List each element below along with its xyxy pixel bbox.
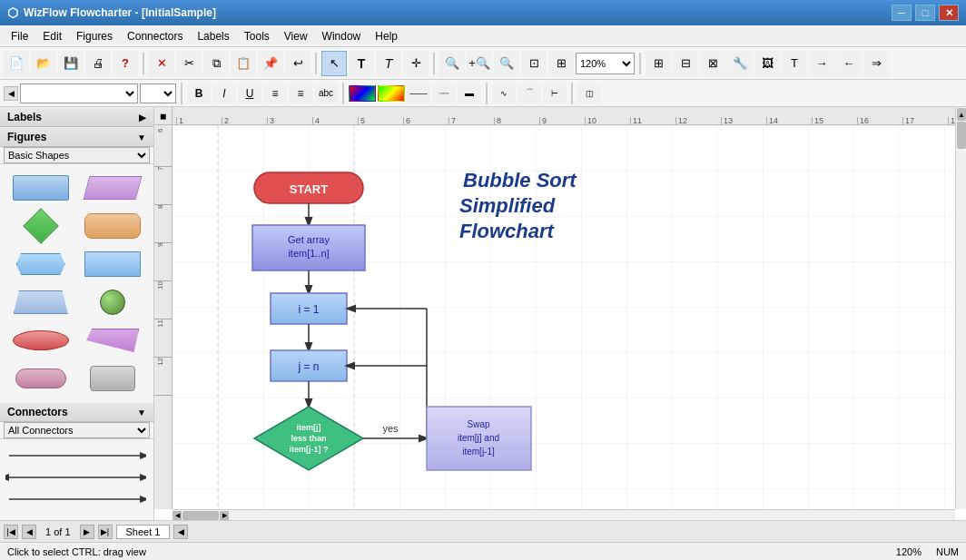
figures-section-header[interactable]: Figures ▼ (0, 127, 153, 147)
menu-tools[interactable]: Tools (237, 25, 277, 46)
scroll-left-btn[interactable]: ◀ (4, 86, 18, 101)
italic-button[interactable]: I (212, 84, 236, 103)
figure-rhombus[interactable] (80, 324, 147, 357)
menu-edit[interactable]: Edit (35, 25, 69, 46)
distribute-button[interactable]: ⊠ (700, 51, 725, 76)
menu-help[interactable]: Help (368, 25, 405, 46)
sheet-tab[interactable]: Sheet 1 (116, 525, 171, 539)
font-size-select[interactable] (140, 84, 176, 103)
figure-circle[interactable] (80, 286, 147, 319)
page-prev-btn[interactable]: ◀ (22, 525, 36, 539)
connectors-category-select[interactable]: All Connectors (4, 422, 150, 438)
line-style-btn2[interactable]: ┈┈ (432, 84, 456, 103)
delete-button[interactable]: ✕ (149, 51, 174, 76)
figure-rectangle[interactable] (7, 172, 74, 204)
connector-arrow1[interactable] (5, 447, 148, 465)
close-button[interactable]: ✕ (939, 5, 959, 21)
text3-button[interactable]: T (782, 51, 807, 76)
canvas-area[interactable]: ◼ 1 2 3 4 5 6 7 8 9 10 11 12 13 14 15 16… (154, 107, 966, 520)
image-button[interactable]: 🖼 (754, 51, 780, 76)
figure-rect3[interactable] (80, 248, 147, 280)
print-button[interactable]: 🖨 (85, 51, 111, 76)
scroll-right-btn[interactable]: ▶ (220, 511, 229, 520)
scrollbar-horizontal[interactable]: ◀ ▶ (172, 509, 955, 520)
scrollbar-vertical[interactable]: ▲ (955, 107, 966, 509)
open-button[interactable]: 📂 (31, 51, 56, 76)
figure-trapezoid[interactable] (7, 286, 74, 319)
fill-color-swatch[interactable] (378, 85, 405, 102)
maximize-button[interactable]: □ (915, 5, 935, 21)
zoom-reset-button[interactable]: ⊞ (548, 51, 574, 76)
connector-style-btn2[interactable]: ⌒ (518, 84, 541, 103)
text2-button[interactable]: T (376, 51, 401, 76)
scroll-thumb-v[interactable] (957, 122, 966, 149)
figure-parallelogram[interactable] (80, 172, 147, 204)
font-color-swatch[interactable] (349, 85, 376, 102)
menu-figures[interactable]: Figures (69, 25, 120, 46)
connectors-dropdown[interactable]: All Connectors (0, 422, 153, 439)
figure-oval[interactable] (7, 324, 74, 357)
zoom-out-button[interactable]: 🔍 (494, 51, 519, 76)
underline-button[interactable]: U (238, 84, 261, 103)
pointer-button[interactable]: ↖ (321, 51, 347, 76)
menu-labels[interactable]: Labels (190, 25, 236, 46)
connector-line[interactable] (5, 512, 148, 520)
font-select[interactable] (20, 84, 138, 103)
zoom-in-button[interactable]: 🔍 (439, 51, 465, 76)
properties-button[interactable]: 🔧 (727, 51, 753, 76)
page-scroll-btn[interactable]: ◀ (173, 525, 188, 539)
canvas[interactable]: Bubble Sort Simplified Flowchart START G… (172, 125, 955, 509)
menu-connectors[interactable]: Connectors (120, 25, 190, 46)
corner-btn[interactable]: ◼ (154, 107, 172, 125)
help-button[interactable]: ? (113, 51, 138, 76)
menu-view[interactable]: View (277, 25, 315, 46)
page-next-btn[interactable]: ▶ (80, 525, 94, 539)
bold-button[interactable]: B (187, 84, 211, 103)
line-width-btn[interactable]: ▬ (458, 84, 481, 103)
figure-diamond[interactable] (7, 210, 74, 242)
arrow-left-btn[interactable]: ← (836, 51, 862, 76)
labels-section-header[interactable]: Labels ▶ (0, 107, 153, 127)
minimize-button[interactable]: ─ (892, 5, 912, 21)
new-button[interactable]: 📄 (4, 51, 29, 76)
paste-special-button[interactable]: 📌 (258, 51, 283, 76)
paste-button[interactable]: 📋 (231, 51, 256, 76)
connect-button[interactable]: ✛ (403, 51, 429, 76)
connector-arrow3[interactable] (5, 490, 148, 508)
scroll-up-btn[interactable]: ▲ (957, 108, 966, 121)
scroll-left-btn[interactable]: ◀ (172, 511, 182, 520)
figure-rounded-rect[interactable] (80, 210, 147, 242)
figure-pill[interactable] (7, 362, 74, 395)
connector-style-btn3[interactable]: ⊢ (543, 84, 567, 103)
grid-button[interactable]: ⊞ (646, 51, 671, 76)
zoom-fit-button[interactable]: ⊡ (521, 51, 547, 76)
save-button[interactable]: 💾 (58, 51, 84, 76)
figures-category-select[interactable]: Basic Shapes (4, 147, 150, 163)
line-style-btn1[interactable]: ─── (407, 84, 430, 103)
font-color-btn[interactable]: abc (314, 84, 338, 103)
align-button[interactable]: ⊟ (673, 51, 698, 76)
figures-dropdown[interactable]: Basic Shapes (0, 147, 153, 164)
zoom-in2-button[interactable]: +🔍 (467, 51, 492, 76)
cut-button[interactable]: ✂ (176, 51, 202, 76)
connector-style-btn[interactable]: ∿ (492, 84, 516, 103)
align-center-btn[interactable]: ≡ (289, 84, 312, 103)
arrow-right-btn[interactable]: → (809, 51, 834, 76)
forward-button[interactable]: ⇒ (863, 51, 889, 76)
menu-window[interactable]: Window (315, 25, 369, 46)
title-bar-controls[interactable]: ─ □ ✕ (892, 5, 959, 21)
text-button[interactable]: T (349, 51, 374, 76)
page-last-btn[interactable]: ▶| (98, 525, 113, 539)
figure-hexagon[interactable] (7, 248, 74, 280)
page-first-btn[interactable]: |◀ (4, 525, 18, 539)
shadow-btn[interactable]: ◫ (577, 84, 601, 103)
connector-arrow2[interactable] (5, 468, 148, 486)
scroll-thumb-h[interactable] (182, 511, 219, 520)
undo-button[interactable]: ↩ (285, 51, 310, 76)
copy-button[interactable]: ⧉ (203, 51, 229, 76)
zoom-select[interactable]: 50% 75% 100% 120% 150% 200% (576, 53, 635, 74)
figure-cylinder[interactable] (80, 362, 147, 395)
menu-file[interactable]: File (4, 25, 35, 46)
connectors-section-header[interactable]: Connectors ▼ (0, 402, 153, 422)
align-left-btn[interactable]: ≡ (263, 84, 287, 103)
